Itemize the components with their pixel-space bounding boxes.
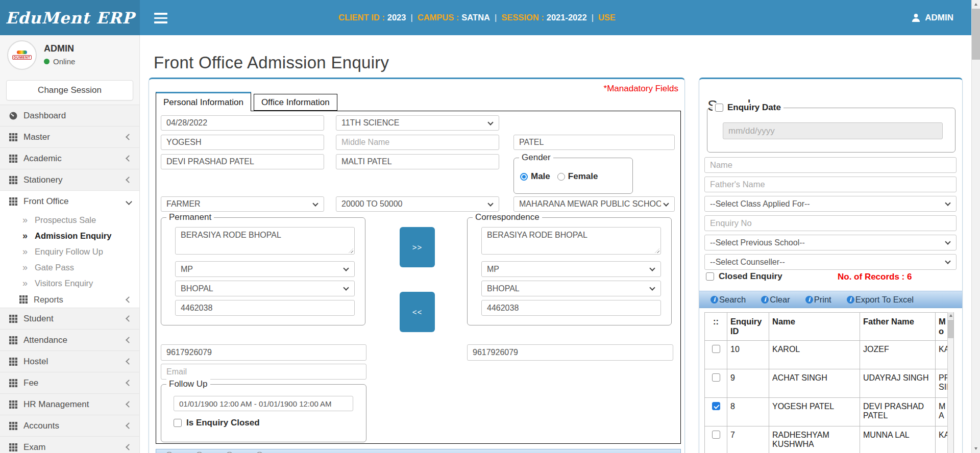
resize-grip-icon[interactable] xyxy=(349,248,353,253)
toolbar-button-print[interactable]: Print xyxy=(805,295,831,305)
income-select[interactable]: 20000 TO 50000 xyxy=(336,196,499,212)
toolbar-button-search[interactable]: Search xyxy=(710,295,746,305)
sidebar-item-fee[interactable]: Fee xyxy=(0,372,139,394)
correspondence-address-textarea[interactable]: BERASIYA RODE BHOPAL xyxy=(481,227,661,255)
correspondence-pincode-input[interactable] xyxy=(481,300,661,316)
search-select-select-counseller[interactable]: --Select Counseller-- xyxy=(704,254,957,270)
resize-grip-icon[interactable] xyxy=(655,248,659,253)
sidebar-item-student[interactable]: Student xyxy=(0,308,139,330)
online-status-dot xyxy=(44,59,50,64)
row-checkbox[interactable] xyxy=(712,345,720,353)
grid-icon xyxy=(9,133,17,141)
brand-logo[interactable]: EduMent ERP xyxy=(0,0,140,35)
scroll-up-icon[interactable] xyxy=(948,312,953,319)
grid-icon xyxy=(9,379,17,387)
email-input[interactable] xyxy=(161,364,366,380)
scroll-up-icon[interactable] xyxy=(972,0,980,9)
sidebar-item-accounts[interactable]: Accounts xyxy=(0,415,139,437)
female-radio[interactable] xyxy=(557,173,565,181)
sidebar-item-exam[interactable]: Exam xyxy=(0,437,139,453)
cell-name: ACHAT SINGH xyxy=(769,369,860,398)
sidebar-item-reports[interactable]: Reports xyxy=(0,291,139,308)
dashboard-icon xyxy=(9,112,17,120)
middle-name-input[interactable] xyxy=(336,135,499,150)
chevron-down-icon xyxy=(343,285,349,290)
row-checkbox[interactable] xyxy=(712,373,720,382)
scroll-down-icon[interactable] xyxy=(972,444,980,453)
male-radio[interactable] xyxy=(520,173,528,181)
avatar: DUMENT xyxy=(7,40,37,70)
permanent-address-textarea[interactable]: BERASIYA RODE BHOPAL xyxy=(175,227,355,255)
correspondence-state-select[interactable]: MP xyxy=(481,261,661,277)
sidebar-subitem-gate-pass[interactable]: Gate Pass xyxy=(0,260,139,275)
grid-icon xyxy=(9,176,17,184)
copy-to-permanent-button[interactable]: << xyxy=(400,292,435,332)
class-applied-select[interactable]: 11TH SCIENCE xyxy=(336,115,499,131)
cell-enquiry-id: 9 xyxy=(727,369,769,398)
last-name-input[interactable] xyxy=(513,135,675,150)
sidebar-item-hr-management[interactable]: HR Management xyxy=(0,394,139,415)
sidebar-subitem-prospectus-sale[interactable]: Prospectus Sale xyxy=(0,212,139,228)
mobile-correspondence-input[interactable] xyxy=(467,344,673,361)
father-name-input[interactable] xyxy=(161,154,324,169)
mobile-permanent-input[interactable] xyxy=(161,344,366,361)
tab-office-information[interactable]: Office Information xyxy=(254,94,337,111)
sidebar-item-stationery[interactable]: Stationery xyxy=(0,169,139,191)
enquiry-date-legend: Enquiry Date xyxy=(727,103,781,113)
sidebar-subitem-admission-enquiry[interactable]: Admission Enquiry xyxy=(0,228,139,244)
online-status-label: Online xyxy=(53,57,75,66)
is-enquiry-closed-checkbox[interactable] xyxy=(174,419,182,427)
sidebar-subitem-label: Admission Enquiry xyxy=(35,231,111,241)
row-checkbox[interactable] xyxy=(712,402,720,410)
page-scrollbar[interactable] xyxy=(971,0,980,453)
client-info-segment: USE xyxy=(587,13,616,22)
permanent-state-select[interactable]: MP xyxy=(175,261,355,277)
sidebar-item-front-office[interactable]: Front Office xyxy=(0,191,139,212)
follow-up-datetime-input[interactable] xyxy=(174,396,353,411)
search-select-select-class-applied-for[interactable]: --Select Class Applied For-- xyxy=(704,196,957,212)
sidebar-subitem-enquiry-follow-up[interactable]: Enquiry Follow Up xyxy=(0,244,139,260)
chevron-down-icon xyxy=(663,200,669,206)
cell-name: RADHESHYAM KUSHWHA xyxy=(769,426,860,453)
enquiry-results-table: ::Enquiry IDNameFather NameMo 10 KAROL J… xyxy=(704,312,954,453)
info-icon xyxy=(805,296,813,304)
chevron-down-icon xyxy=(312,200,318,206)
toolbar-button-clear[interactable]: Clear xyxy=(761,295,790,305)
scrollbar-thumb[interactable] xyxy=(948,320,953,338)
occupation-select[interactable]: FARMER xyxy=(161,196,324,212)
search-input-enquiry-no[interactable] xyxy=(704,215,957,231)
row-checkbox[interactable] xyxy=(712,431,720,439)
cell-father-name: UDAYRAJ SINGH xyxy=(860,369,936,398)
search-select-select-previous-school[interactable]: --Select Previous School-- xyxy=(704,235,957,250)
search-input-father-s-name[interactable] xyxy=(704,177,957,192)
permanent-city-select[interactable]: BHOPAL xyxy=(175,281,355,296)
sidebar-item-attendance[interactable]: Attendance xyxy=(0,330,139,351)
toolbar-button-export-to-excel[interactable]: Export To Excel xyxy=(847,295,914,305)
sidebar-subitem-visitors-enquiry[interactable]: Visitors Enquiry xyxy=(0,275,139,291)
table-scrollbar[interactable] xyxy=(947,312,953,453)
correspondence-city-select[interactable]: BHOPAL xyxy=(481,281,661,296)
closed-enquiry-checkbox[interactable] xyxy=(706,272,714,281)
tab-personal-information[interactable]: Personal Information xyxy=(156,92,251,111)
search-input-name[interactable] xyxy=(704,157,957,173)
first-name-input[interactable] xyxy=(161,135,324,150)
scrollbar-thumb[interactable] xyxy=(972,9,980,60)
previous-school-select[interactable]: MAHARANA MEWAR PUBLIC SCHOO xyxy=(513,196,675,212)
sidebar-item-academic[interactable]: Academic xyxy=(0,148,139,169)
chevron-left-icon xyxy=(126,358,132,365)
sidebar-item-hostel[interactable]: Hostel xyxy=(0,351,139,372)
change-session-button[interactable]: Change Session xyxy=(6,80,133,100)
gender-legend: Gender xyxy=(519,153,553,163)
user-icon xyxy=(911,13,921,22)
enquiry-date-checkbox[interactable] xyxy=(715,104,723,112)
grid-icon xyxy=(19,295,28,304)
search-date-input[interactable] xyxy=(723,122,943,139)
mother-name-input[interactable] xyxy=(336,154,499,169)
hamburger-menu-icon[interactable] xyxy=(149,9,173,27)
sidebar-item-dashboard[interactable]: Dashboard xyxy=(0,105,139,127)
permanent-pincode-input[interactable] xyxy=(175,300,355,316)
copy-to-correspondence-button[interactable]: >> xyxy=(400,227,435,267)
enquiry-date-input[interactable] xyxy=(161,115,324,131)
sidebar-item-master[interactable]: Master xyxy=(0,127,139,148)
user-menu[interactable]: ADMIN xyxy=(911,0,953,35)
